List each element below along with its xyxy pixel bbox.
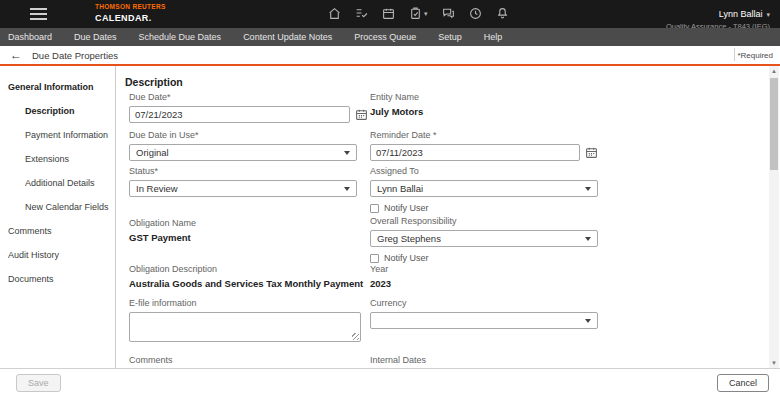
brand-logo: THOMSON REUTERS CALENDAR. — [95, 4, 166, 23]
calendar-icon[interactable] — [382, 7, 395, 20]
overall-responsibility-label: Overall Responsibility — [370, 216, 598, 226]
form-panel: Description Due Date* Entity Name July M… — [116, 66, 769, 368]
obligation-name-label: Obligation Name — [129, 218, 196, 228]
field-assigned-to: Assigned To Lynn Ballai Notify User — [370, 166, 598, 213]
overall-responsibility-value: Greg Stephens — [377, 233, 441, 244]
header-icon-row: ▾ — [328, 7, 509, 20]
calendar-picker-icon[interactable] — [355, 108, 368, 121]
main-nav: Dashboard Due Dates Schedule Due Dates C… — [0, 28, 780, 46]
nav-item-due-dates[interactable]: Due Dates — [74, 32, 117, 42]
field-reminder-date: Reminder Date * — [370, 130, 598, 161]
field-overall-responsibility: Overall Responsibility Greg Stephens Not… — [370, 216, 598, 263]
sidebar-item-additional-details[interactable]: Additional Details — [25, 178, 115, 188]
responsibility-notify-user[interactable]: Notify User — [370, 253, 598, 263]
home-icon[interactable] — [328, 7, 341, 20]
user-name: Lynn Ballai — [719, 9, 763, 19]
field-efile-information: E-file information — [129, 298, 361, 342]
notify-user-label: Notify User — [384, 203, 429, 213]
resize-handle[interactable] — [352, 333, 359, 340]
scroll-up-icon[interactable]: ▲ — [769, 66, 779, 76]
field-year: Year 2023 — [370, 264, 391, 289]
calendar-picker-icon[interactable] — [585, 146, 598, 159]
chevron-down-icon — [585, 187, 591, 191]
scroll-down-icon[interactable]: ▼ — [769, 358, 779, 368]
sidebar-item-extensions[interactable]: Extensions — [25, 154, 115, 164]
sidebar-item-general-information[interactable]: General Information — [8, 82, 115, 92]
menu-icon[interactable] — [30, 8, 47, 20]
top-app-bar: THOMSON REUTERS CALENDAR. ▾ Lynn Ballai▾ — [0, 0, 780, 28]
status-select[interactable]: In Review — [129, 180, 357, 197]
entity-name-value: July Motors — [370, 106, 423, 117]
chevron-down-icon — [344, 151, 350, 155]
nav-item-schedule-due-dates[interactable]: Schedule Due Dates — [139, 32, 222, 42]
due-date-in-use-value: Original — [136, 147, 169, 158]
field-obligation-name: Obligation Name GST Payment — [129, 218, 196, 243]
status-value: In Review — [136, 183, 178, 194]
sidebar-item-comments[interactable]: Comments — [8, 226, 115, 236]
required-note: *Required — [737, 51, 773, 60]
chat-icon[interactable] — [442, 7, 455, 20]
overall-responsibility-select[interactable]: Greg Stephens — [370, 230, 598, 247]
field-status: Status* In Review — [129, 166, 357, 197]
assigned-to-label: Assigned To — [370, 166, 598, 176]
chevron-down-icon — [344, 187, 350, 191]
obligation-description-value: Australia Goods and Services Tax Monthly… — [129, 278, 363, 289]
assigned-to-select[interactable]: Lynn Ballai — [370, 180, 598, 197]
notify-user-label: Notify User — [384, 253, 429, 263]
field-comments: Comments — [129, 355, 173, 368]
sidebar-item-audit-history[interactable]: Audit History — [8, 250, 115, 260]
efile-information-label: E-file information — [129, 298, 361, 308]
cancel-button[interactable]: Cancel — [717, 374, 769, 392]
notifications-icon[interactable] — [496, 7, 509, 20]
nav-item-help[interactable]: Help — [484, 32, 503, 42]
action-footer: Save Cancel — [0, 368, 780, 411]
field-due-date-in-use: Due Date in Use* Original — [129, 130, 357, 161]
save-button[interactable]: Save — [16, 374, 61, 392]
year-label: Year — [370, 264, 391, 274]
field-currency: Currency — [370, 298, 598, 329]
sidebar-item-new-calendar-fields[interactable]: New Calendar Fields — [25, 202, 115, 212]
breadcrumb: ← Due Date Properties *Required — [0, 46, 780, 64]
currency-select[interactable] — [370, 312, 598, 329]
brand-line2: CALENDAR. — [95, 14, 166, 23]
due-date-in-use-select[interactable]: Original — [129, 144, 357, 161]
clock-icon[interactable] — [469, 7, 482, 20]
divider — [734, 48, 735, 61]
page-title: Due Date Properties — [32, 50, 118, 61]
section-title: Description — [125, 76, 183, 88]
brand-line1: THOMSON REUTERS — [95, 4, 166, 11]
obligation-description-label: Obligation Description — [129, 264, 363, 274]
back-arrow-icon[interactable]: ← — [10, 48, 22, 62]
sidebar-item-description[interactable]: Description — [25, 106, 115, 116]
assigned-notify-user[interactable]: Notify User — [370, 203, 598, 213]
user-menu[interactable]: Lynn Ballai▾ Quality Assurance - T843 (I… — [666, 4, 770, 31]
status-label: Status* — [129, 166, 357, 176]
vertical-scrollbar[interactable]: ▲ ▼ — [769, 66, 779, 368]
internal-dates-label: Internal Dates — [370, 355, 426, 365]
chevron-down-icon — [585, 237, 591, 241]
obligation-name-value: GST Payment — [129, 232, 196, 243]
field-obligation-description: Obligation Description Australia Goods a… — [129, 264, 363, 289]
comments-label: Comments — [129, 355, 173, 365]
nav-item-process-queue[interactable]: Process Queue — [354, 32, 416, 42]
field-entity-name: Entity Name July Motors — [370, 92, 423, 117]
notify-user-checkbox[interactable] — [370, 254, 379, 263]
efile-information-textarea[interactable] — [129, 312, 361, 342]
nav-item-dashboard[interactable]: Dashboard — [8, 32, 52, 42]
due-date-label: Due Date* — [129, 92, 368, 102]
tasks-icon[interactable] — [355, 7, 368, 20]
scrollbar-thumb[interactable] — [770, 78, 778, 170]
notify-user-checkbox[interactable] — [370, 204, 379, 213]
chevron-down-icon: ▾ — [766, 11, 770, 18]
chevron-down-icon: ▾ — [424, 10, 428, 18]
nav-item-setup[interactable]: Setup — [438, 32, 462, 42]
reminder-date-label: Reminder Date * — [370, 130, 598, 140]
sidebar-item-documents[interactable]: Documents — [8, 274, 115, 284]
chevron-down-icon — [585, 319, 591, 323]
due-date-in-use-label: Due Date in Use* — [129, 130, 357, 140]
due-date-input[interactable] — [129, 106, 350, 123]
sidebar-item-payment-information[interactable]: Payment Information — [25, 130, 115, 140]
nav-item-content-update-notes[interactable]: Content Update Notes — [243, 32, 332, 42]
clipboard-dropdown-icon[interactable]: ▾ — [409, 7, 428, 20]
reminder-date-input[interactable] — [370, 144, 580, 161]
